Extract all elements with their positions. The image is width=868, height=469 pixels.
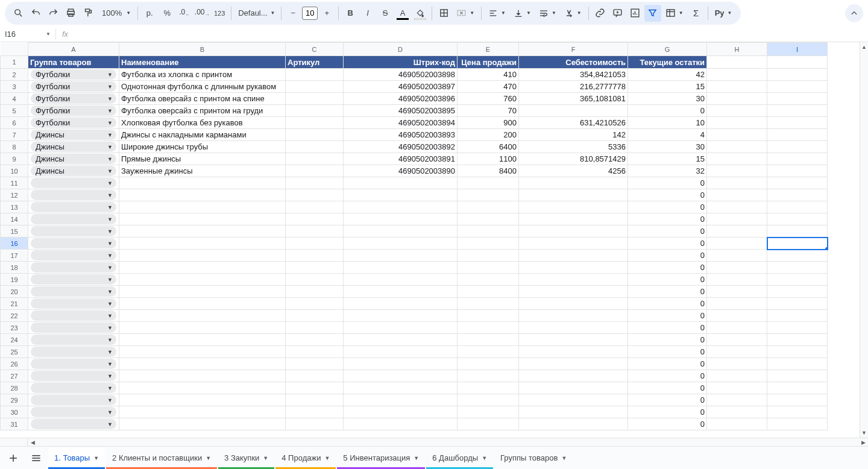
cell[interactable]: .▼ <box>28 286 119 298</box>
group-chip[interactable]: Футболки▼ <box>31 69 116 80</box>
expand-toolbar-button[interactable] <box>845 4 863 22</box>
row-header[interactable]: 23 <box>1 322 28 334</box>
cell[interactable]: 4690502003896 <box>344 93 458 105</box>
cell[interactable]: 4690502003897 <box>344 81 458 93</box>
cell[interactable] <box>707 274 767 286</box>
cell[interactable]: .▼ <box>28 250 119 262</box>
row-header[interactable]: 31 <box>1 418 28 430</box>
cell[interactable] <box>767 358 828 370</box>
column-header[interactable]: B <box>119 43 286 56</box>
search-icon[interactable] <box>10 5 27 22</box>
table-header-cell[interactable]: Цена продажи <box>458 56 519 69</box>
group-chip[interactable]: .▼ <box>31 335 116 345</box>
cell[interactable]: Зауженные джинсы <box>119 165 286 177</box>
cell[interactable] <box>119 189 286 201</box>
cell[interactable]: 410 <box>458 69 519 81</box>
spreadsheet-grid[interactable]: ABCDEFGHI1Группа товаровНаименованиеАрти… <box>0 42 828 430</box>
group-chip[interactable]: .▼ <box>31 250 116 260</box>
table-header-cell[interactable]: Себестоимость <box>519 56 628 69</box>
cell[interactable] <box>119 358 286 370</box>
insert-comment-button[interactable] <box>609 5 626 22</box>
cell[interactable] <box>767 225 828 238</box>
cell[interactable] <box>519 177 628 189</box>
italic-button[interactable]: I <box>359 5 376 22</box>
group-chip[interactable]: Джинсы▼ <box>31 142 116 152</box>
row-header[interactable]: 16 <box>1 238 28 250</box>
cell[interactable]: 0 <box>628 177 707 189</box>
cell[interactable] <box>519 262 628 274</box>
cell[interactable] <box>286 358 344 370</box>
undo-button[interactable] <box>27 5 44 22</box>
cell[interactable] <box>519 406 628 418</box>
cell[interactable] <box>344 189 458 201</box>
cell[interactable]: 0 <box>628 358 707 370</box>
cell[interactable] <box>767 418 828 430</box>
cell[interactable]: .▼ <box>28 213 119 225</box>
row-header[interactable]: 2 <box>1 69 28 81</box>
formula-input[interactable] <box>74 27 868 42</box>
cell[interactable]: 0 <box>628 418 707 430</box>
cell[interactable] <box>286 189 344 201</box>
cell[interactable] <box>344 298 458 310</box>
select-all-corner[interactable] <box>1 43 28 56</box>
group-chip[interactable]: .▼ <box>31 323 116 333</box>
cell[interactable]: 15 <box>628 81 707 93</box>
name-box[interactable]: I16 ▼ <box>0 27 55 42</box>
cell[interactable] <box>344 225 458 238</box>
percent-button[interactable]: % <box>159 5 175 22</box>
cell[interactable] <box>286 69 344 81</box>
cell[interactable]: 4690502003894 <box>344 117 458 129</box>
column-header[interactable]: E <box>458 43 519 56</box>
cell[interactable] <box>707 56 767 69</box>
cell[interactable] <box>707 322 767 334</box>
cell[interactable] <box>286 165 344 177</box>
all-sheets-button[interactable] <box>25 447 47 469</box>
vertical-align-button[interactable]: ▼ <box>510 5 535 22</box>
cell[interactable] <box>286 322 344 334</box>
group-chip[interactable]: Джинсы▼ <box>31 154 116 164</box>
cell[interactable]: .▼ <box>28 382 119 394</box>
group-chip[interactable]: Футболки▼ <box>31 105 116 116</box>
row-header[interactable]: 8 <box>1 141 28 153</box>
cell[interactable] <box>519 286 628 298</box>
column-header[interactable]: I <box>767 43 828 56</box>
cell[interactable] <box>707 225 767 238</box>
cell[interactable]: 4690502003892 <box>344 141 458 153</box>
cell[interactable] <box>707 165 767 177</box>
cell[interactable]: .▼ <box>28 274 119 286</box>
row-header[interactable]: 11 <box>1 177 28 189</box>
scroll-up-button[interactable]: ▲ <box>860 42 868 52</box>
cell[interactable] <box>767 129 828 141</box>
row-header[interactable]: 24 <box>1 334 28 346</box>
cell[interactable] <box>458 225 519 238</box>
group-chip[interactable]: .▼ <box>31 407 116 417</box>
cell[interactable]: Футболки▼ <box>28 105 119 117</box>
row-header[interactable]: 18 <box>1 262 28 274</box>
cell[interactable]: 470 <box>458 81 519 93</box>
cell[interactable]: 10 <box>628 117 707 129</box>
cell[interactable] <box>119 262 286 274</box>
cell[interactable] <box>707 418 767 430</box>
cell[interactable] <box>119 298 286 310</box>
cell[interactable] <box>707 129 767 141</box>
cell[interactable] <box>286 370 344 382</box>
cell[interactable] <box>119 334 286 346</box>
scroll-down-button[interactable]: ▼ <box>860 428 868 438</box>
cell[interactable] <box>767 346 828 358</box>
text-wrap-button[interactable]: ▼ <box>535 5 560 22</box>
cell[interactable] <box>458 201 519 213</box>
cell[interactable]: 631,4210526 <box>519 117 628 129</box>
row-header[interactable]: 17 <box>1 250 28 262</box>
cell[interactable] <box>519 358 628 370</box>
row-header[interactable]: 28 <box>1 382 28 394</box>
cell[interactable]: Однотонная футболка с длинным рукавом <box>119 81 286 93</box>
cell[interactable] <box>344 406 458 418</box>
cell[interactable] <box>707 141 767 153</box>
fill-color-button[interactable] <box>412 5 429 22</box>
cell[interactable]: 0 <box>628 213 707 225</box>
cell[interactable]: 4690502003898 <box>344 69 458 81</box>
column-header[interactable]: D <box>344 43 458 56</box>
cell[interactable] <box>286 93 344 105</box>
insert-chart-button[interactable] <box>627 5 644 22</box>
cell[interactable]: 4256 <box>519 165 628 177</box>
